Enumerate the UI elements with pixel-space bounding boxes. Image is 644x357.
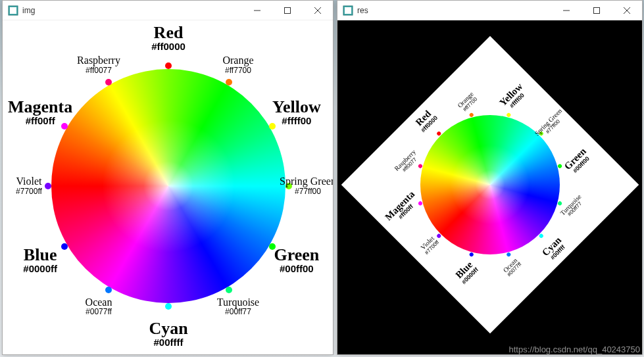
- color-label-turquoise: Turquoise#00ff77: [559, 193, 587, 221]
- color-label-raspberry: Raspberry#ff0077: [393, 149, 421, 176]
- color-hex: #ff7700: [222, 66, 253, 75]
- svg-rect-1: [10, 7, 16, 14]
- svg-rect-7: [345, 7, 351, 14]
- color-label-blue: Blue#0000ff: [23, 246, 57, 274]
- window-res: res Red#ff0000Orange#ff7700Yellow#ffff00…: [337, 0, 643, 355]
- content-area: Red#ff0000Orange#ff7700Yellow#ffff00Spri…: [3, 20, 333, 354]
- color-name: Turquoise: [217, 297, 259, 308]
- color-label-ocean: Ocean#0077ff: [86, 297, 112, 316]
- color-name: Yellow: [272, 98, 321, 116]
- color-label-spring-green: Spring Green#77ff00: [533, 107, 567, 141]
- color-label-yellow: Yellow#ffff00: [498, 82, 530, 113]
- color-label-violet: Violet#7700ff: [16, 176, 42, 195]
- color-dot-orange: [226, 79, 232, 85]
- titlebar[interactable]: img: [3, 1, 333, 20]
- maximize-button[interactable]: [582, 1, 612, 20]
- color-wheel-figure: Red#ff0000Orange#ff7700Yellow#ffff00Spri…: [3, 20, 333, 352]
- color-label-violet: Violet#7700ff: [419, 235, 440, 256]
- color-label-ocean: Ocean#0077ff: [502, 257, 523, 278]
- color-label-green: Green#00ff00: [562, 146, 593, 176]
- color-label-magenta: Magenta#ff00ff: [8, 98, 72, 126]
- color-hex: #0000ff: [23, 264, 57, 274]
- window-img: img Red#ff0000Orange#ff7700Yellow#ffff00…: [2, 0, 334, 355]
- color-label-yellow: Yellow#ffff00: [272, 98, 321, 126]
- app-icon: [343, 5, 353, 16]
- window-title: img: [22, 6, 242, 15]
- window-controls: [242, 1, 333, 20]
- color-label-raspberry: Raspberry#ff0077: [77, 56, 120, 75]
- color-dot-ocean: [506, 252, 511, 257]
- color-hex: #ffff00: [272, 116, 321, 126]
- titlebar[interactable]: res: [337, 1, 642, 20]
- color-name: Violet: [16, 176, 42, 187]
- color-dot-blue: [61, 243, 68, 250]
- minimize-button[interactable]: [242, 1, 272, 20]
- color-name: Raspberry: [77, 56, 120, 67]
- watermark-text: https://blog.csdn.net/qq_40243750: [509, 345, 641, 354]
- color-name: Ocean: [86, 297, 112, 308]
- close-button[interactable]: [612, 1, 642, 20]
- color-hex: #77ff00: [280, 187, 333, 196]
- color-label-cyan: Cyan#00ffff: [541, 235, 568, 263]
- color-hex: #7700ff: [16, 187, 42, 196]
- color-label-red: Red#ff0000: [413, 108, 439, 134]
- color-hex: #ff0000: [151, 42, 186, 53]
- window-title: res: [357, 6, 551, 15]
- color-hex: #0077ff: [86, 308, 112, 317]
- color-name: Orange: [222, 56, 253, 67]
- color-dot-raspberry: [105, 79, 112, 85]
- minimize-button[interactable]: [551, 1, 582, 20]
- color-label-magenta: Magenta#ff00ff: [384, 189, 422, 227]
- color-dot-turquoise: [226, 287, 232, 293]
- color-dot-cyan: [539, 233, 544, 239]
- color-label-turquoise: Turquoise#00ff77: [217, 297, 259, 316]
- color-label-cyan: Cyan#00ffff: [149, 320, 187, 348]
- color-name: Blue: [23, 246, 57, 264]
- window-controls: [551, 1, 642, 20]
- color-name: Green: [274, 246, 319, 264]
- svg-rect-3: [285, 7, 291, 13]
- color-dot-red: [165, 62, 172, 69]
- color-name: Spring Green: [280, 176, 333, 187]
- close-button[interactable]: [303, 1, 333, 20]
- maximize-button[interactable]: [272, 1, 303, 20]
- app-icon: [8, 5, 18, 16]
- color-name: Red: [151, 24, 186, 41]
- color-label-red: Red#ff0000: [151, 24, 186, 52]
- color-hex: #ff0077: [77, 66, 120, 75]
- color-hex: #ff00ff: [8, 116, 72, 126]
- svg-rect-9: [594, 7, 600, 13]
- color-dot-violet: [45, 183, 51, 189]
- content-area: Red#ff0000Orange#ff7700Yellow#ffff00Spri…: [337, 20, 642, 354]
- color-label-blue: Blue#0000ff: [453, 259, 480, 285]
- color-name: Magenta: [8, 98, 72, 116]
- color-label-orange: Orange#ff7700: [222, 56, 253, 75]
- color-wheel: [51, 69, 285, 303]
- color-wheel-figure-rotated: Red#ff0000Orange#ff7700Yellow#ffff00Spri…: [341, 36, 639, 334]
- color-dot-turquoise: [557, 201, 562, 206]
- color-label-orange: Orange#ff7700: [457, 91, 479, 113]
- color-hex: #00ff77: [217, 308, 259, 317]
- color-label-green: Green#00ff00: [274, 246, 319, 274]
- color-hex: #00ffff: [149, 338, 187, 348]
- color-dot-cyan: [165, 303, 172, 310]
- color-dot-ocean: [105, 287, 112, 293]
- color-name: Cyan: [149, 320, 187, 337]
- color-label-spring-green: Spring Green#77ff00: [280, 176, 333, 195]
- color-hex: #00ff00: [274, 264, 319, 274]
